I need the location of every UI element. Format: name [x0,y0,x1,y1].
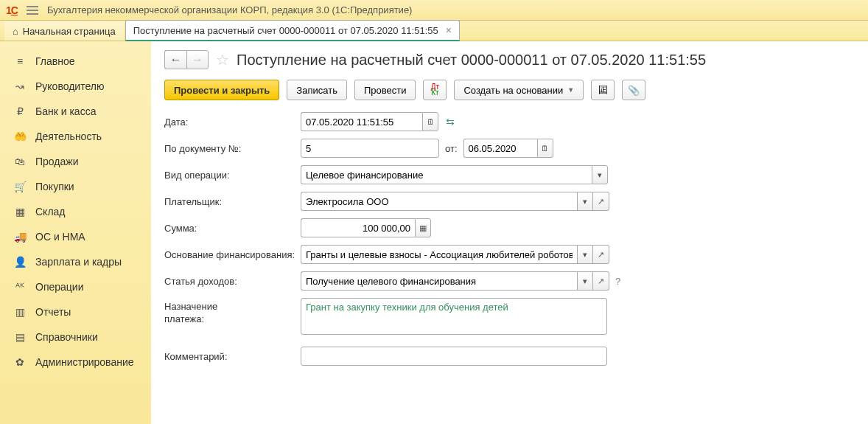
arrow-left-icon: ← [170,53,182,66]
income-input[interactable] [301,271,577,291]
sidebar-item-label: Банк и касса [35,105,96,117]
calendar-icon: 🗓 [541,144,549,153]
attach-button[interactable]: 📎 [622,80,645,100]
btn-label: Провести [364,85,407,96]
sidebar-item-label: ОС и НМА [35,231,85,243]
book-icon: ▤ [13,331,27,343]
post-and-close-button[interactable]: Провести и закрыть [164,80,279,100]
tab-document-label: Поступление на расчетный счет 0000-00001… [133,25,438,36]
amount-input[interactable] [301,218,415,237]
post-button[interactable]: Провести [354,80,416,100]
open-button[interactable]: ↗ [593,245,609,264]
sidebar-item-sales[interactable]: 🛍Продажи [0,149,151,174]
tree-icon: 囸 [598,83,608,97]
calendar-button[interactable]: 🗓 [537,139,553,158]
amount-label: Сумма: [164,223,301,234]
star-icon[interactable]: ☆ [216,51,229,69]
optype-label: Вид операции: [164,170,301,181]
docnum-label: По документу №: [164,143,301,154]
sidebar-item-label: Справочники [35,331,98,343]
arrow-right-icon: → [192,53,203,66]
sidebar-item-label: Продажи [35,156,78,167]
home-icon: ⌂ [13,26,18,37]
comment-input[interactable] [301,347,607,366]
sidebar-item-warehouse[interactable]: ▦Склад [0,199,151,224]
open-icon: ↗ [598,197,604,206]
calculator-button[interactable]: ▦ [415,218,431,237]
basis-input[interactable] [301,245,577,264]
dtkt-icon: ᴬᴷ [13,281,27,293]
comment-label: Комментарий: [164,351,301,362]
open-icon: ↗ [598,277,604,286]
sidebar-item-salary[interactable]: 👤Зарплата и кадры [0,249,151,274]
sidebar-item-main[interactable]: ≡Главное [0,49,151,74]
record-button[interactable]: Записать [287,80,347,100]
titlebar: 1С Бухгалтерия некоммерческой организаци… [0,0,868,21]
paperclip-icon: 📎 [628,85,640,96]
sidebar-item-operations[interactable]: ᴬᴷОперации [0,274,151,299]
sidebar-item-catalogs[interactable]: ▤Справочники [0,324,151,350]
date-input[interactable] [301,112,422,131]
sidebar: ≡Главное ↝Руководителю ₽Банк и касса 🤲Де… [0,41,151,424]
income-label: Статья доходов: [164,276,301,287]
chart-icon: ↝ [13,80,27,92]
open-icon: ↗ [598,250,604,260]
btn-label: Записать [296,85,337,96]
calendar-button[interactable]: 🗓 [422,112,438,131]
sidebar-item-label: Операции [35,281,84,293]
ruble-icon: ₽ [13,105,27,117]
grid-icon: ▦ [13,206,27,218]
docnum-input[interactable] [301,139,439,158]
sidebar-item-reports[interactable]: ▥Отчеты [0,299,151,324]
logo-1c: 1С [6,4,18,16]
nav-back-button[interactable]: ← [164,50,186,69]
payer-label: Плательщик: [164,196,301,207]
dropdown-button[interactable]: ▾ [592,165,608,184]
dropdown-button[interactable]: ▾ [577,245,593,264]
create-based-on-button[interactable]: Создать на основании▼ [454,80,584,100]
calendar-icon: 🗓 [427,117,435,126]
sidebar-item-manager[interactable]: ↝Руководителю [0,74,151,99]
close-icon[interactable]: × [446,24,452,36]
menu-icon[interactable] [27,6,38,15]
gear-icon: ✿ [13,356,27,368]
main-content: ← → ☆ Поступление на расчетный счет 0000… [151,41,868,424]
dtkt-button[interactable]: ДтКт [423,80,447,100]
open-button[interactable]: ↗ [593,192,609,211]
open-button[interactable]: ↗ [593,271,609,291]
bars-icon: ▥ [13,306,27,318]
from-date-input[interactable] [463,139,537,158]
sidebar-item-label: Руководителю [35,80,104,92]
nav-forward-button[interactable]: → [186,50,209,69]
structure-button[interactable]: 囸 [591,80,615,100]
purpose-textarea[interactable] [301,298,607,335]
basis-label: Основание финансирования: [164,249,301,260]
sidebar-item-assets[interactable]: 🚚ОС и НМА [0,224,151,249]
cart-icon: 🛒 [13,181,27,192]
person-icon: 👤 [13,256,27,268]
dropdown-button[interactable]: ▾ [577,271,593,291]
btn-label: Создать на основании [463,85,563,96]
btn-label: Провести и закрыть [174,85,270,96]
hands-icon: 🤲 [13,131,27,142]
app-title: Бухгалтерия некоммерческой организации К… [47,4,413,15]
sidebar-item-admin[interactable]: ✿Администрирование [0,350,151,375]
help-icon[interactable]: ? [615,276,620,287]
from-label: от: [445,143,458,154]
dropdown-button[interactable]: ▾ [577,192,593,211]
chevron-down-icon: ▾ [583,277,587,286]
sidebar-item-label: Зарплата и кадры [35,256,122,268]
menu-lines-icon: ≡ [13,55,27,67]
sidebar-item-label: Отчеты [35,306,71,318]
refresh-icon[interactable]: ⇆ [446,116,455,128]
payer-input[interactable] [301,192,577,211]
tab-home[interactable]: ⌂ Начальная страница [4,21,124,41]
tab-document[interactable]: Поступление на расчетный счет 0000-00001… [125,20,460,41]
chevron-down-icon: ▾ [583,197,587,206]
sidebar-item-purchases[interactable]: 🛒Покупки [0,174,151,199]
calculator-icon: ▦ [419,223,427,233]
dtkt-icon: ДтКт [431,84,439,96]
sidebar-item-bank[interactable]: ₽Банк и касса [0,99,151,124]
optype-input[interactable] [301,165,592,184]
sidebar-item-activity[interactable]: 🤲Деятельность [0,124,151,149]
